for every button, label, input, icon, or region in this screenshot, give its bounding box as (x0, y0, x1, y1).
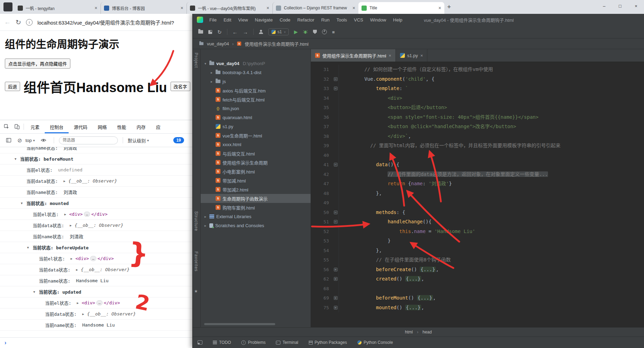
tab-close-icon[interactable]: × (181, 5, 183, 11)
menu-window[interactable]: Window (369, 17, 387, 23)
devtools-tab-源代码[interactable]: 源代码 (69, 120, 93, 133)
browser-tab[interactable]: 一帆 - vue---day04(购物车案例)× (186, 2, 272, 14)
project-tree-item[interactable]: 5小电影案例.html (201, 167, 311, 176)
console-prompt[interactable]: › (0, 337, 192, 348)
site-info-icon[interactable]: i (26, 19, 33, 26)
navigate-back-icon[interactable]: ← (233, 29, 238, 35)
breadcrumb-html[interactable]: html (405, 330, 413, 334)
triangle-right-icon[interactable]: ▶ (70, 224, 75, 227)
open-file-icon[interactable] (198, 30, 203, 34)
project-tree-item[interactable]: 5带加减.html (201, 176, 311, 185)
menu-navigate[interactable]: Navigate (254, 17, 273, 23)
triangle-right-icon[interactable]: ▶ (82, 312, 87, 316)
browser-tab[interactable]: 一帆 - tengyifan× (15, 2, 101, 14)
debug-button[interactable] (303, 29, 308, 34)
stop-button[interactable]: ■ (332, 29, 335, 35)
project-tree-item[interactable]: 5生命周期钩子函数演示 (201, 194, 311, 203)
editor-tab[interactable]: s1.py× (396, 49, 428, 62)
profiler-button[interactable] (322, 29, 327, 34)
fold-expand-icon[interactable]: + (334, 268, 338, 271)
back-component-button[interactable]: 后退 (5, 82, 20, 91)
fold-expand-icon[interactable]: + (334, 306, 338, 310)
new-tab-button[interactable]: + (447, 3, 451, 11)
triangle-right-icon[interactable]: ▶ (64, 213, 69, 216)
close-window-button[interactable]: × (628, 0, 644, 12)
toggle-component-button[interactable]: 点击显示组件，再点隐藏组件 (5, 59, 70, 69)
project-tree-item[interactable]: ▸bootstrap-3.4.1-dist (201, 68, 311, 77)
console-filter-input[interactable] (59, 136, 118, 144)
user-icon[interactable] (259, 30, 263, 34)
menu-vcs[interactable]: VCS (353, 17, 364, 23)
log-level-selector[interactable]: 默认级别 ▾ (128, 137, 149, 144)
breadcrumb-file[interactable]: 使用组件演示生命周期钩子.html (245, 41, 308, 47)
run-configuration-selector[interactable]: s1 ▾ (268, 28, 289, 35)
fold-collapse-icon[interactable]: − (334, 163, 338, 167)
close-icon[interactable]: × (420, 53, 423, 58)
clear-console-icon[interactable]: ⊘ (17, 137, 22, 144)
project-tree-item[interactable]: ▾vue_day04D:\pythonP (201, 59, 311, 68)
run-button[interactable]: ▶ (294, 29, 298, 35)
pinned-tab-icon[interactable] (3, 2, 12, 11)
chevron-right-icon[interactable]: ▸ (203, 224, 207, 227)
devtools-tab-控制台[interactable]: 控制台 (45, 120, 69, 133)
tool-button-structure[interactable]: Structure (194, 211, 199, 231)
triangle-right-icon[interactable]: ▶ (70, 257, 75, 260)
menu-code[interactable]: Code (279, 17, 291, 23)
menu-file[interactable]: File (209, 17, 217, 23)
scrollbar-thumb[interactable] (204, 323, 275, 325)
project-tree-item[interactable]: s1.py (201, 122, 311, 131)
sync-icon[interactable]: ↻ (217, 29, 222, 35)
devtools-tab-应[interactable]: 应 (151, 120, 166, 133)
editor-tab[interactable]: 5使用组件演示生命周期钩子.html× (311, 49, 396, 62)
minimize-button[interactable]: – (596, 0, 612, 12)
breadcrumb-project[interactable]: vue_day04 (207, 41, 229, 46)
fold-expand-icon[interactable]: + (334, 277, 338, 281)
context-selector[interactable]: top ▾ (25, 138, 35, 143)
menu-tools[interactable]: Tools (336, 17, 348, 23)
status-item-todo[interactable]: TODO (213, 340, 231, 345)
fold-collapse-icon[interactable]: − (334, 220, 338, 224)
project-tree-item[interactable]: 5quanxuan.html (201, 113, 311, 122)
message-count-badge[interactable]: 19 (173, 137, 184, 143)
triangle-right-icon[interactable]: ▶ (77, 301, 81, 305)
project-tree-item[interactable]: ▸Scratches and Consoles (201, 221, 311, 230)
browser-tab[interactable]: 博客后台 - 博客园× (101, 2, 186, 14)
menu-refactor[interactable]: Refactor (297, 17, 315, 23)
tab-close-icon[interactable]: × (95, 5, 97, 11)
triangle-down-icon[interactable]: ▼ (21, 202, 26, 205)
fold-collapse-icon[interactable]: − (334, 211, 338, 214)
chevron-right-icon[interactable]: ▸ (210, 80, 214, 83)
tab-close-icon[interactable]: × (438, 5, 441, 11)
chevron-down-icon[interactable]: ▾ (203, 62, 207, 65)
project-tree-item[interactable]: 5与后端交互.html (201, 149, 311, 158)
project-tree-item[interactable]: ▸js (201, 77, 311, 86)
devtools-tab-内存[interactable]: 内存 (131, 120, 151, 133)
status-item-terminal[interactable]: ›Terminal (276, 340, 298, 345)
status-item-python-packages[interactable]: Python Packages (309, 340, 347, 345)
save-all-icon[interactable] (208, 30, 212, 34)
triangle-right-icon[interactable]: ▶ (76, 268, 81, 271)
status-item-python-console[interactable]: Python Console (357, 340, 393, 345)
inspect-icon[interactable] (1, 124, 12, 130)
triangle-down-icon[interactable]: ▼ (27, 246, 33, 249)
navigate-forward-icon[interactable]: → (243, 29, 248, 35)
back-icon[interactable]: ← (4, 18, 11, 26)
fold-collapse-icon[interactable]: − (334, 87, 338, 90)
live-expression-eye-icon[interactable] (38, 138, 49, 143)
project-tree-item[interactable]: 5带加减2.html (201, 185, 311, 194)
menu-help[interactable]: Help (392, 17, 403, 23)
triangle-down-icon[interactable]: ▼ (33, 290, 39, 294)
tool-button-project[interactable]: Project (194, 53, 199, 68)
device-toolbar-icon[interactable] (12, 124, 22, 130)
fold-expand-icon[interactable]: + (334, 296, 338, 300)
rename-button[interactable]: 改名字 (171, 82, 190, 91)
project-tree-item[interactable]: 5购物车案例.html (201, 203, 311, 212)
tab-close-icon[interactable]: × (353, 5, 355, 11)
code-editor[interactable]: 31// 如何创建一个子组件（自定义标签），在根组件vm中使用32−Vue.co… (311, 62, 644, 327)
tool-button-favorites[interactable]: Favorites (194, 251, 199, 271)
refresh-icon[interactable]: ↻ (16, 18, 21, 26)
chevron-right-icon[interactable]: ▸ (210, 71, 214, 74)
project-tree-item[interactable]: 5vue生命周期一.html (201, 131, 311, 140)
project-tree-item[interactable]: 5axios 与后端交互.htm (201, 86, 311, 95)
project-tree-item[interactable]: 5使用组件演示生命周期 (201, 158, 311, 167)
